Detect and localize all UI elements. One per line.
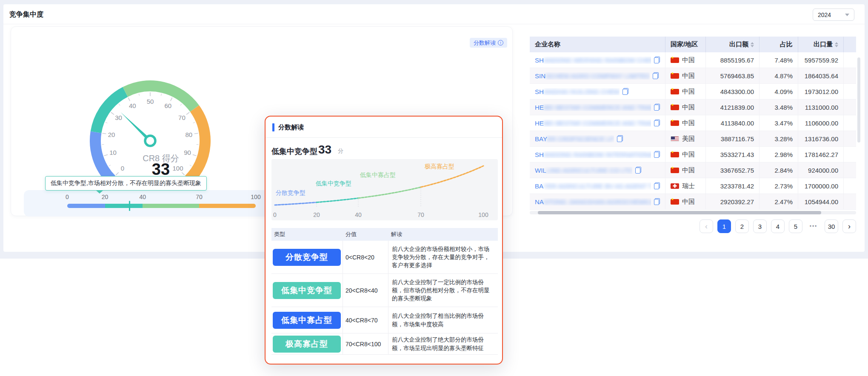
accent-bar bbox=[272, 123, 274, 131]
mcol-range: 分值 bbox=[343, 231, 388, 238]
copy-icon[interactable] bbox=[654, 198, 660, 205]
gauge-tick bbox=[194, 133, 198, 134]
extra-cell bbox=[844, 68, 856, 83]
company-name-link[interactable]: NANTONG JIANGSHAN AGROCHEMICALL ... bbox=[535, 198, 651, 205]
sort-icon[interactable] bbox=[835, 42, 838, 47]
page-button-2[interactable]: 2 bbox=[735, 219, 749, 233]
gauge-tick bbox=[106, 122, 108, 123]
score-scale-bar bbox=[67, 204, 256, 208]
copy-icon[interactable] bbox=[653, 72, 659, 79]
page-button-4[interactable]: 4 bbox=[771, 219, 785, 233]
table-row: SHANDONG RAINBOW INTERNATIONALC...中国3533… bbox=[530, 147, 856, 162]
score-interpretation-button[interactable]: 分数解读 ! bbox=[470, 38, 507, 48]
country-name: 中国 bbox=[682, 119, 695, 127]
category-label: 低集中竞争型 bbox=[271, 146, 317, 157]
country-name: 美国 bbox=[682, 135, 695, 143]
country-name: 中国 bbox=[682, 198, 695, 206]
company-name-link[interactable]: SHANDONG RAINBOW INTERNATIONALC... bbox=[535, 151, 651, 158]
page-title: 竞争集中度 bbox=[9, 4, 43, 24]
extra-cell bbox=[844, 178, 856, 194]
curve-x-tick-label: 20 bbox=[313, 211, 320, 218]
export-value-cell: 3367652.75 bbox=[706, 162, 760, 178]
flag-icon-cn bbox=[671, 73, 679, 79]
vertical-scrollbar-thumb[interactable] bbox=[857, 57, 860, 142]
copy-icon[interactable] bbox=[654, 104, 660, 111]
next-page-button[interactable]: › bbox=[842, 219, 856, 233]
table-row: NANTONG JIANGSHAN AGROCHEMICALL ...中国292… bbox=[530, 194, 856, 210]
interpretation-curve-chart: 分散竞争型低集中竞争型低集中寡占型极高寡占型0204070100 bbox=[271, 159, 498, 220]
copy-icon[interactable] bbox=[654, 120, 660, 126]
year-select[interactable]: 2024 bbox=[813, 9, 854, 21]
prev-page-button: ‹ bbox=[700, 219, 713, 233]
country-name: 中国 bbox=[682, 72, 695, 80]
page-button-1[interactable]: 1 bbox=[717, 219, 731, 233]
table-row: HEBEI BESTAR COMMERCE AND TRADE...中国4121… bbox=[530, 100, 856, 115]
gauge-tick-label: 50 bbox=[147, 98, 154, 105]
country-name: 中国 bbox=[682, 88, 695, 96]
gauge-segment bbox=[95, 132, 111, 179]
interpretation-curve-panel: 分散竞争型低集中竞争型低集中寡占型极高寡占型0204070100 bbox=[271, 159, 498, 220]
table-row: SINOCHEM AGRO COMPANY LIMITED中国5769463.8… bbox=[530, 68, 856, 84]
volume-cell: 1054944.00 bbox=[798, 194, 844, 209]
page-button-5[interactable]: 5 bbox=[789, 219, 802, 233]
company-name-link[interactable]: HEBEI BESTAR COMMERCE AND TRADE... bbox=[535, 104, 651, 111]
blurred-company-name: OCHEM AGRO COMPANY LIMITED bbox=[545, 72, 650, 80]
gauge-tick bbox=[119, 104, 120, 105]
type-pill: 低集中竞争型 bbox=[273, 282, 341, 299]
page-button-3[interactable]: 3 bbox=[753, 219, 767, 233]
export-value-cell: 8855195.67 bbox=[706, 52, 760, 68]
copy-icon[interactable] bbox=[617, 135, 623, 142]
company-name-link[interactable]: WILLING AGRICULTURE CO LTD bbox=[535, 167, 632, 174]
col-header-export-volume[interactable]: 出口量 bbox=[798, 37, 844, 52]
interpretation-text: 前八大企业控制了绝大部分的市场份额，市场呈现出明显的寡头垄断特征 bbox=[388, 334, 498, 353]
sort-icon[interactable] bbox=[751, 42, 754, 47]
col-header-company-name: 企业名称 bbox=[530, 37, 665, 52]
gauge-tick bbox=[193, 122, 195, 123]
horizontal-scrollbar[interactable] bbox=[530, 211, 856, 214]
copy-icon[interactable] bbox=[622, 88, 628, 95]
company-name-link[interactable]: BAYER AGRICULTURE BV AS AGENT TO... bbox=[535, 182, 651, 190]
export-value-cell: 4113840.00 bbox=[706, 115, 760, 131]
gauge-tick-label: 30 bbox=[115, 114, 122, 121]
share-cell: 2.98% bbox=[760, 147, 798, 162]
company-name-link[interactable]: SHANGHAI HUILONG CHEM bbox=[535, 88, 620, 95]
copy-icon[interactable] bbox=[654, 182, 660, 189]
horizontal-scrollbar-thumb[interactable] bbox=[538, 211, 821, 214]
score-scale-tick-label: 20 bbox=[96, 194, 114, 200]
interpretation-text: 前八大企业的市场份额相对较小，市场竞争较为分散，存在大量的竞争对手，客户有更多选… bbox=[388, 243, 498, 271]
curve-segment bbox=[275, 202, 317, 205]
company-table: 企业名称 国家/地区 出口额 占比 出口量 SHANDONG WEIF bbox=[530, 37, 856, 210]
curve-segment-label: 分散竞争型 bbox=[276, 189, 306, 196]
share-cell: 2.84% bbox=[760, 162, 798, 178]
curve-segment bbox=[317, 198, 358, 202]
company-name-link[interactable]: SHANDONG WEIFANG RAINBOW CHEMIC... bbox=[535, 57, 651, 64]
gauge-tick bbox=[109, 165, 111, 166]
export-value-cell: 3533271.43 bbox=[706, 147, 760, 162]
share-cell: 4.87% bbox=[760, 68, 798, 83]
company-name-link[interactable]: HEBEI BESTAR COMMERCE AND TRADE... bbox=[535, 120, 651, 127]
export-value-cell: 5769463.85 bbox=[706, 68, 760, 83]
share-cell: 2.73% bbox=[760, 178, 798, 194]
share-cell: 2.47% bbox=[760, 194, 798, 209]
gauge-tick bbox=[186, 112, 189, 114]
copy-icon[interactable] bbox=[654, 57, 660, 63]
gauge-tick bbox=[128, 97, 130, 101]
flag-icon-cn bbox=[671, 105, 679, 110]
extra-cell bbox=[844, 147, 856, 162]
blurred-company-name: BEI BESTAR COMMERCE AND TRAD bbox=[544, 104, 651, 111]
copy-icon[interactable] bbox=[635, 167, 641, 174]
company-name-link[interactable]: SINOCHEM AGRO COMPANY LIMITED bbox=[535, 72, 650, 80]
copy-icon[interactable] bbox=[654, 151, 660, 158]
score-scale-segment bbox=[105, 204, 143, 208]
gauge-tick-label: 40 bbox=[129, 102, 136, 109]
extra-cell bbox=[844, 131, 856, 146]
volume-cell: 1700000.00 bbox=[798, 178, 844, 194]
page-button-30[interactable]: 30 bbox=[825, 219, 838, 233]
gauge-tooltip-text: 低集中竞争型,市场相对分散，不存在明显的寡头垄断现象 bbox=[51, 179, 201, 187]
info-icon: ! bbox=[498, 40, 503, 46]
company-name-link[interactable]: BAYER CROPSCIENCE LP bbox=[535, 135, 614, 142]
gauge-tick bbox=[104, 154, 108, 156]
gauge-tick-label: 20 bbox=[108, 131, 115, 138]
col-header-export-value[interactable]: 出口额 bbox=[706, 37, 760, 52]
page-ellipsis[interactable]: ••• bbox=[807, 219, 820, 233]
